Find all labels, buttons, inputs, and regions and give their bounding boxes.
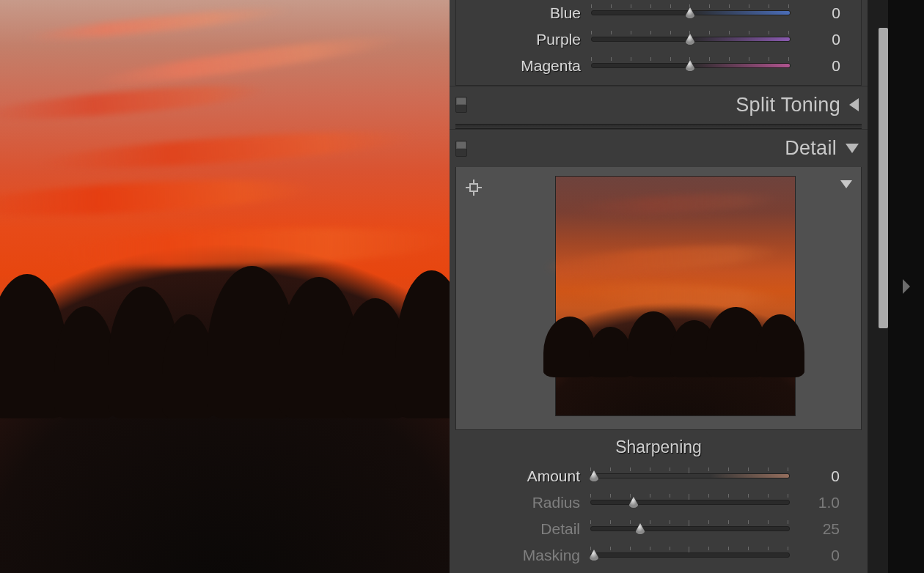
- slider[interactable]: [591, 31, 789, 48]
- main-photo-preview[interactable]: [0, 0, 450, 573]
- slider-handle-icon[interactable]: [627, 496, 640, 509]
- slider-value[interactable]: 25: [788, 520, 840, 538]
- slider-label: Blue: [463, 4, 591, 22]
- detail-target-icon[interactable]: [465, 179, 483, 196]
- svg-rect-0: [470, 184, 477, 191]
- slider-handle-icon[interactable]: [683, 59, 697, 73]
- slider-row: Amount0: [455, 463, 862, 489]
- slider-label: Amount: [463, 467, 590, 485]
- detail-title: Detail: [474, 137, 846, 160]
- slider-row: Purple0: [456, 26, 861, 53]
- chevron-right-icon: [903, 279, 910, 294]
- sharpening-title: Sharpening: [455, 437, 862, 457]
- slider-handle-icon[interactable]: [683, 7, 697, 20]
- slider-row: Magenta0: [456, 53, 861, 79]
- slider-row: Masking0: [455, 542, 862, 569]
- panel-scrollbar-thumb[interactable]: [879, 28, 888, 328]
- slider-value[interactable]: 0: [789, 31, 840, 48]
- slider-label: Radius: [463, 494, 590, 511]
- slider[interactable]: [590, 520, 788, 538]
- slider-value[interactable]: 0: [788, 467, 840, 485]
- color-sliders-group: Blue0Purple0Magenta0: [455, 0, 862, 86]
- detail-panel-body: [455, 167, 862, 430]
- slider[interactable]: [591, 4, 789, 22]
- slider-label: Magenta: [463, 57, 591, 75]
- slider-value[interactable]: 0: [788, 547, 840, 564]
- slider-handle-icon[interactable]: [587, 470, 601, 483]
- slider-label: Masking: [463, 547, 590, 564]
- right-collapsed-panel[interactable]: [888, 0, 924, 573]
- develop-panel: Blue0Purple0Magenta0 Split Toning Detail: [450, 0, 868, 573]
- slider-label: Purple: [463, 31, 591, 48]
- slider[interactable]: [591, 57, 789, 75]
- slider-label: Detail: [463, 520, 590, 538]
- chevron-down-icon: [846, 144, 859, 153]
- split-toning-title: Split Toning: [474, 94, 849, 117]
- panel-divider: [455, 124, 862, 129]
- slider-value[interactable]: 0: [789, 4, 840, 22]
- slider[interactable]: [590, 547, 788, 564]
- slider[interactable]: [590, 467, 788, 485]
- slider-row: Radius1.0: [455, 489, 862, 516]
- slider-handle-icon[interactable]: [683, 33, 697, 46]
- sharpening-section: Sharpening Amount0Radius1.0Detail25Maski…: [455, 430, 862, 573]
- slider[interactable]: [590, 494, 788, 511]
- slider-row: Blue0: [456, 0, 861, 26]
- detail-header[interactable]: Detail: [450, 129, 868, 167]
- slider-value[interactable]: 0: [789, 57, 840, 75]
- chevron-left-icon: [849, 98, 859, 111]
- split-toning-header[interactable]: Split Toning: [450, 86, 868, 124]
- panel-scrollbar-track[interactable]: [868, 0, 888, 573]
- chevron-down-icon[interactable]: [840, 180, 852, 188]
- split-toning-toggle-icon[interactable]: [455, 97, 467, 113]
- slider-handle-icon[interactable]: [587, 549, 601, 562]
- detail-toggle-icon[interactable]: [455, 141, 467, 157]
- detail-preview-thumbnail[interactable]: [555, 176, 796, 416]
- slider-handle-icon[interactable]: [634, 522, 647, 536]
- slider-row: Detail25: [455, 516, 862, 542]
- slider-value[interactable]: 1.0: [788, 494, 840, 511]
